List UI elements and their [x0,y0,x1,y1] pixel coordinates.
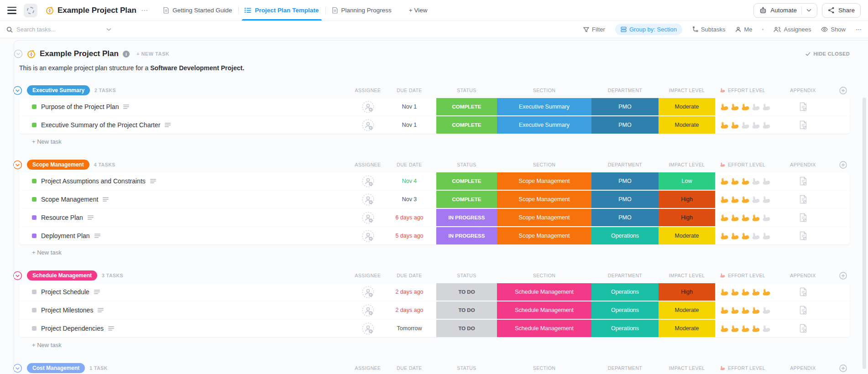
effort-level-rating[interactable] [715,301,779,319]
group-name-pill[interactable]: Schedule Management [27,270,97,280]
status-chip[interactable]: IN PROGRESS [436,209,497,226]
column-header-appendix[interactable]: APPENDIX [779,88,827,93]
task-status-square-icon[interactable] [32,215,37,220]
description-lines-icon[interactable] [94,234,100,239]
table-row[interactable]: Project Milestones 2 days ago TO DO Sche… [19,301,850,319]
status-chip[interactable]: TO DO [436,320,497,337]
task-status-square-icon[interactable] [32,123,37,127]
effort-level-rating[interactable] [715,283,779,301]
column-header-department[interactable]: DEPARTMENT [591,365,659,371]
due-date[interactable]: Nov 3 [382,196,436,203]
task-status-square-icon[interactable] [32,308,37,312]
add-column-button[interactable] [827,87,850,94]
collapse-group-chevron-icon[interactable] [13,160,22,170]
collapse-group-chevron-icon[interactable] [13,364,22,373]
column-header-section[interactable]: SECTION [497,365,591,371]
impact-level-chip[interactable]: Moderate [659,301,715,319]
task-name[interactable]: Project Dependencies [41,325,104,332]
due-date[interactable]: Nov 4 [382,178,436,184]
impact-level-chip[interactable]: Moderate [659,116,715,134]
assignee-add-avatar[interactable] [353,322,382,335]
column-header-section[interactable]: SECTION [497,88,591,93]
table-row[interactable]: Purpose of the Project Plan Nov 1 COMPLE… [19,98,850,115]
effort-level-rating[interactable] [715,172,779,190]
description-lines-icon[interactable] [108,326,114,331]
assignee-add-avatar[interactable] [353,119,382,131]
description-lines-icon[interactable] [88,215,94,220]
me-button[interactable]: Me [735,26,752,33]
task-name[interactable]: Executive Summary of the Project Charter [41,121,160,129]
appendix-attachment-icon[interactable] [779,176,827,186]
add-view-button[interactable]: + View [403,7,434,14]
new-task-button[interactable]: + New task [19,337,850,349]
section-chip[interactable]: Schedule Management [497,283,591,301]
assignee-add-avatar[interactable] [353,212,382,224]
impact-level-chip[interactable]: Moderate [659,320,715,337]
due-date[interactable]: Nov 1 [382,104,436,110]
section-chip[interactable]: Schedule Management [497,301,591,319]
column-header-impact-level[interactable]: IMPACT LEVEL [659,162,715,167]
effort-level-rating[interactable] [715,320,779,337]
task-name[interactable]: Scope Management [41,196,98,203]
chevron-down-icon[interactable] [806,9,811,12]
search-input[interactable]: Search tasks... [6,26,111,33]
new-task-header-button[interactable]: + NEW TASK [136,51,169,57]
task-name[interactable]: Project Schedule [41,288,89,296]
task-status-square-icon[interactable] [32,197,37,202]
department-chip[interactable]: PMO [591,209,659,226]
appendix-attachment-icon[interactable] [779,323,827,333]
column-header-impact-level[interactable]: IMPACT LEVEL [659,88,715,93]
appendix-attachment-icon[interactable] [779,120,827,130]
column-header-department[interactable]: DEPARTMENT [591,273,659,278]
status-chip[interactable]: COMPLETE [436,172,497,190]
column-header-due-date[interactable]: DUE DATE [382,88,436,93]
appendix-attachment-icon[interactable] [779,287,827,297]
appendix-attachment-icon[interactable] [779,305,827,315]
effort-level-rating[interactable] [715,209,779,226]
subtasks-button[interactable]: Subtasks [692,26,725,33]
info-icon[interactable]: i [123,51,130,57]
impact-level-chip[interactable]: High [659,283,715,301]
department-chip[interactable]: Operations [591,283,659,301]
status-chip[interactable]: COMPLETE [436,116,497,134]
table-row[interactable]: Scope Management Nov 3 COMPLETE Scope Ma… [19,190,850,208]
column-header-impact-level[interactable]: IMPACT LEVEL [659,365,715,371]
description-lines-icon[interactable] [123,104,129,109]
chevron-down-icon[interactable] [106,28,111,31]
effort-level-rating[interactable] [715,98,779,115]
effort-level-rating[interactable] [715,116,779,134]
task-name[interactable]: Project Assumptions and Constraints [41,177,146,185]
department-chip[interactable]: PMO [591,172,659,190]
tab-getting-started-guide[interactable]: Getting Started Guide [157,0,239,21]
status-chip[interactable]: TO DO [436,283,497,301]
add-column-button[interactable] [827,364,850,372]
assignee-add-avatar[interactable] [353,304,382,317]
table-row[interactable]: Deployment Plan 5 days ago IN PROGRESS S… [19,226,850,244]
department-chip[interactable]: PMO [591,191,659,208]
column-header-status[interactable]: STATUS [436,273,497,278]
new-task-button[interactable]: + New task [19,244,850,257]
description-lines-icon[interactable] [103,197,109,202]
effort-level-rating[interactable] [715,227,779,244]
column-header-status[interactable]: STATUS [436,88,497,93]
assignees-button[interactable]: Assignees [774,26,811,33]
section-chip[interactable]: Executive Summary [497,98,591,115]
column-header-due-date[interactable]: DUE DATE [382,365,436,371]
collapse-group-chevron-icon[interactable] [13,271,22,280]
section-chip[interactable]: Scope Management [497,191,591,208]
status-chip[interactable]: COMPLETE [436,191,497,208]
vertical-scrollbar[interactable] [863,98,866,369]
appendix-attachment-icon[interactable] [779,213,827,223]
task-status-square-icon[interactable] [32,234,37,238]
task-status-square-icon[interactable] [32,290,37,294]
column-header-impact-level[interactable]: IMPACT LEVEL [659,273,715,278]
column-header-section[interactable]: SECTION [497,162,591,167]
group-by-button[interactable]: Group by: Section [615,24,682,35]
due-date[interactable]: 5 days ago [382,233,436,239]
tab-planning-progress[interactable]: Planning Progress [325,0,398,21]
collapse-group-chevron-icon[interactable] [13,86,22,95]
impact-level-chip[interactable]: Moderate [659,227,715,244]
column-header-status[interactable]: STATUS [436,365,497,371]
description-lines-icon[interactable] [98,308,104,313]
column-header-effort-level[interactable]: EFFORT LEVEL [715,88,779,93]
